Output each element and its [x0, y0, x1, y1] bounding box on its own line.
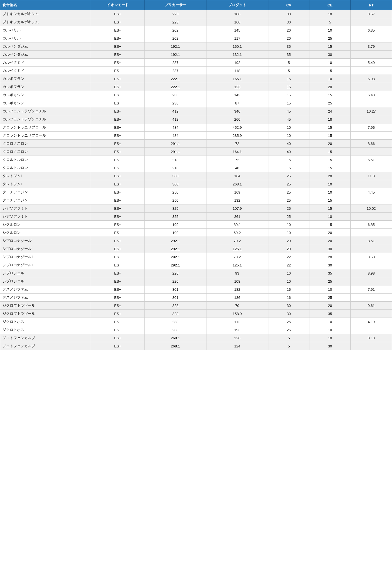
cell-product: 93: [206, 269, 268, 277]
cell-precursor: 237: [145, 67, 206, 75]
cell-cv: 25: [268, 196, 309, 204]
cell-cv: 25: [268, 172, 309, 180]
cell-ce: 10: [309, 285, 351, 294]
cell-ion: ES+: [91, 115, 145, 123]
cell-product: 132: [206, 196, 268, 204]
cell-ce: 10: [309, 334, 351, 342]
cell-ion: ES+: [91, 172, 145, 180]
table-row: シプロジニルES+2269310358.98: [0, 269, 392, 277]
cell-name: クロルトルロン: [0, 164, 91, 172]
cell-name: カルベンダジム: [0, 42, 91, 51]
table-row: シプロジニルES+2261081025: [0, 277, 392, 285]
cell-ce: 15: [309, 196, 351, 204]
cell-ce: 5: [309, 18, 351, 26]
table-row: クロロクスロンES+291.1164.14015: [0, 148, 392, 156]
cell-product: 112: [206, 318, 268, 326]
table-row: シクルロンES+19989.110156.85: [0, 221, 392, 229]
cell-product: 268.1: [206, 180, 268, 188]
cell-cv: 15: [268, 91, 309, 99]
cell-cv: 20: [268, 34, 309, 42]
cell-product: 143: [206, 91, 268, 99]
cell-rt: 6.43: [351, 91, 392, 99]
cell-precursor: 237: [145, 59, 206, 67]
cell-name: クロチアニジン: [0, 196, 91, 204]
cell-precursor: 238: [145, 318, 206, 326]
cell-name: シアゾファミド: [0, 213, 91, 221]
cell-name: ジクロブトラゾール: [0, 302, 91, 310]
cell-product: 118: [206, 67, 268, 75]
cell-rt: 8.66: [351, 140, 392, 148]
cell-rt: [351, 115, 392, 123]
cell-precursor: 238: [145, 326, 206, 334]
cell-precursor: 223: [145, 18, 206, 26]
table-row: ジエトフェンカルブES+268.12265108.13: [0, 334, 392, 342]
cell-ion: ES+: [91, 310, 145, 318]
table-row: ジクロトホスES+2381932510: [0, 326, 392, 334]
compound-table: 化合物名イオンモードプリカーサープロダクトCVCERT ブトキシカルボキシムES…: [0, 0, 392, 350]
cell-cv: 30: [268, 310, 309, 318]
cell-cv: 20: [268, 26, 309, 34]
cell-product: 72: [206, 156, 268, 164]
cell-ce: 10: [309, 59, 351, 67]
cell-cv: 10: [268, 269, 309, 277]
cell-cv: 25: [268, 188, 309, 196]
cell-ion: ES+: [91, 342, 145, 350]
cell-product: 164.1: [206, 148, 268, 156]
cell-precursor: 226: [145, 277, 206, 285]
cell-name: クロラントラニリプロール: [0, 123, 91, 132]
cell-cv: 40: [268, 148, 309, 156]
table-row: シプロコナゾールⅡES+292.1125.12230: [0, 261, 392, 269]
cell-ce: 15: [309, 67, 351, 75]
cell-name: クロルトルロン: [0, 156, 91, 164]
cell-rt: [351, 83, 392, 91]
cell-ion: ES+: [91, 245, 145, 253]
table-row: シプロコナゾールⅡES+292.170.222208.68: [0, 253, 392, 261]
table-row: カルベンダジムES+192.1132.13530: [0, 51, 392, 59]
cell-product: 46: [206, 164, 268, 172]
cell-ion: ES+: [91, 221, 145, 229]
cell-ion: ES+: [91, 34, 145, 42]
cell-ce: 10: [309, 326, 351, 334]
cell-product: 125.1: [206, 245, 268, 253]
cell-name: クロチアニジン: [0, 188, 91, 196]
cell-cv: 15: [268, 83, 309, 91]
cell-ce: 35: [309, 269, 351, 277]
cell-ce: 10: [309, 26, 351, 34]
cell-ce: 10: [309, 75, 351, 83]
cell-rt: [351, 261, 392, 269]
cell-product: 182: [206, 285, 268, 294]
cell-name: シプロコナゾールⅡ: [0, 261, 91, 269]
cell-ce: 15: [309, 132, 351, 140]
cell-ion: ES+: [91, 75, 145, 83]
cell-precursor: 301: [145, 285, 206, 294]
cell-ce: 25: [309, 294, 351, 302]
cell-ion: ES+: [91, 318, 145, 326]
cell-rt: [351, 18, 392, 26]
cell-product: 285.9: [206, 132, 268, 140]
cell-ce: 10: [309, 10, 351, 18]
cell-cv: 25: [268, 318, 309, 326]
cell-ion: ES+: [91, 188, 145, 196]
cell-rt: 8.68: [351, 253, 392, 261]
cell-name: シクルロン: [0, 229, 91, 237]
cell-ce: 20: [309, 237, 351, 245]
cell-ion: ES+: [91, 237, 145, 245]
cell-ce: 25: [309, 34, 351, 42]
cell-ce: 25: [309, 277, 351, 285]
cell-ce: 30: [309, 342, 351, 350]
cell-rt: [351, 180, 392, 188]
cell-product: 261: [206, 213, 268, 221]
cell-name: カルフェントラゾンエチル: [0, 115, 91, 123]
table-row: ジクロブトラゾールES+3287030209.61: [0, 302, 392, 310]
col-header-cv: CV: [268, 0, 309, 10]
cell-product: 123: [206, 83, 268, 91]
cell-cv: 15: [268, 75, 309, 83]
cell-ion: ES+: [91, 83, 145, 91]
cell-product: 165.1: [206, 75, 268, 83]
cell-ion: ES+: [91, 123, 145, 132]
cell-product: 107.9: [206, 204, 268, 213]
cell-rt: 6.85: [351, 221, 392, 229]
cell-rt: 3.57: [351, 10, 392, 18]
cell-cv: 40: [268, 140, 309, 148]
cell-precursor: 328: [145, 310, 206, 318]
